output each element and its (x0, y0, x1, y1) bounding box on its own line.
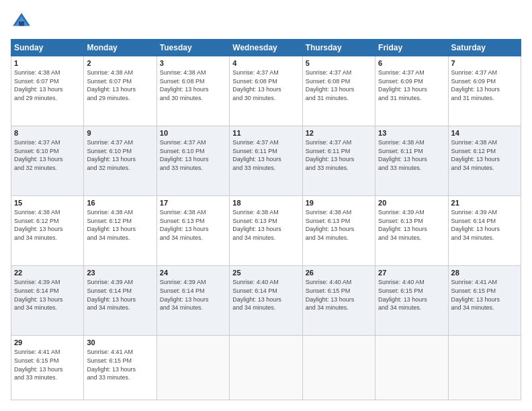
calendar-week-row: 22Sunrise: 4:39 AM Sunset: 6:14 PM Dayli… (11, 266, 521, 336)
day-info: Sunrise: 4:38 AM Sunset: 6:08 PM Dayligh… (160, 68, 226, 102)
day-info: Sunrise: 4:37 AM Sunset: 6:09 PM Dayligh… (378, 68, 445, 102)
calendar-cell: 7Sunrise: 4:37 AM Sunset: 6:09 PM Daylig… (448, 56, 521, 126)
day-info: Sunrise: 4:37 AM Sunset: 6:10 PM Dayligh… (87, 138, 153, 172)
header (11, 11, 521, 32)
calendar-cell: 4Sunrise: 4:37 AM Sunset: 6:08 PM Daylig… (230, 56, 302, 126)
day-info: Sunrise: 4:37 AM Sunset: 6:10 PM Dayligh… (160, 138, 226, 172)
day-info: Sunrise: 4:38 AM Sunset: 6:13 PM Dayligh… (160, 208, 226, 242)
day-info: Sunrise: 4:40 AM Sunset: 6:15 PM Dayligh… (306, 278, 372, 312)
day-number: 6 (378, 59, 445, 67)
calendar-header-wednesday: Wednesday (230, 40, 302, 56)
calendar-header-sunday: Sunday (11, 40, 84, 56)
day-number: 4 (232, 59, 299, 67)
logo-icon (11, 11, 32, 32)
calendar-cell (302, 336, 375, 400)
calendar-cell: 15Sunrise: 4:38 AM Sunset: 6:12 PM Dayli… (11, 196, 84, 266)
calendar-week-row: 1Sunrise: 4:38 AM Sunset: 6:07 PM Daylig… (11, 56, 521, 126)
day-number: 14 (451, 129, 518, 137)
day-number: 7 (451, 59, 518, 67)
calendar-cell: 18Sunrise: 4:38 AM Sunset: 6:13 PM Dayli… (230, 196, 302, 266)
day-number: 13 (378, 129, 445, 137)
day-info: Sunrise: 4:38 AM Sunset: 6:12 PM Dayligh… (87, 208, 153, 242)
day-number: 25 (232, 269, 299, 277)
calendar-cell: 5Sunrise: 4:37 AM Sunset: 6:08 PM Daylig… (302, 56, 375, 126)
calendar-cell: 30Sunrise: 4:41 AM Sunset: 6:15 PM Dayli… (84, 336, 157, 400)
day-info: Sunrise: 4:39 AM Sunset: 6:14 PM Dayligh… (160, 278, 226, 312)
calendar-header-saturday: Saturday (448, 40, 521, 56)
day-info: Sunrise: 4:38 AM Sunset: 6:12 PM Dayligh… (14, 208, 81, 242)
day-number: 8 (14, 129, 81, 137)
day-info: Sunrise: 4:38 AM Sunset: 6:13 PM Dayligh… (232, 208, 299, 242)
day-info: Sunrise: 4:39 AM Sunset: 6:14 PM Dayligh… (451, 208, 518, 242)
calendar-header-friday: Friday (375, 40, 448, 56)
calendar-week-row: 8Sunrise: 4:37 AM Sunset: 6:10 PM Daylig… (11, 126, 521, 196)
calendar-week-row: 15Sunrise: 4:38 AM Sunset: 6:12 PM Dayli… (11, 196, 521, 266)
day-number: 29 (14, 338, 81, 347)
day-info: Sunrise: 4:37 AM Sunset: 6:10 PM Dayligh… (14, 138, 81, 172)
day-number: 11 (232, 129, 299, 137)
calendar-cell: 24Sunrise: 4:39 AM Sunset: 6:14 PM Dayli… (157, 266, 229, 336)
calendar-cell: 22Sunrise: 4:39 AM Sunset: 6:14 PM Dayli… (11, 266, 84, 336)
calendar-cell: 21Sunrise: 4:39 AM Sunset: 6:14 PM Dayli… (448, 196, 521, 266)
calendar-header-row: SundayMondayTuesdayWednesdayThursdayFrid… (11, 40, 521, 56)
day-info: Sunrise: 4:37 AM Sunset: 6:11 PM Dayligh… (232, 138, 299, 172)
calendar-cell: 3Sunrise: 4:38 AM Sunset: 6:08 PM Daylig… (157, 56, 229, 126)
day-number: 3 (160, 59, 226, 67)
calendar-cell: 8Sunrise: 4:37 AM Sunset: 6:10 PM Daylig… (11, 126, 84, 196)
calendar-header-thursday: Thursday (302, 40, 375, 56)
day-info: Sunrise: 4:39 AM Sunset: 6:14 PM Dayligh… (87, 278, 153, 312)
calendar-cell: 25Sunrise: 4:40 AM Sunset: 6:14 PM Dayli… (230, 266, 302, 336)
calendar-cell: 19Sunrise: 4:38 AM Sunset: 6:13 PM Dayli… (302, 196, 375, 266)
day-number: 16 (87, 199, 153, 207)
day-info: Sunrise: 4:37 AM Sunset: 6:08 PM Dayligh… (306, 68, 372, 102)
day-number: 24 (160, 269, 226, 277)
calendar-cell (230, 336, 302, 400)
day-number: 26 (306, 269, 372, 277)
day-number: 18 (232, 199, 299, 207)
calendar-cell (157, 336, 229, 400)
day-info: Sunrise: 4:39 AM Sunset: 6:14 PM Dayligh… (14, 278, 81, 312)
day-number: 19 (306, 199, 372, 207)
day-number: 5 (306, 59, 372, 67)
calendar-cell: 16Sunrise: 4:38 AM Sunset: 6:12 PM Dayli… (84, 196, 157, 266)
calendar-cell: 10Sunrise: 4:37 AM Sunset: 6:10 PM Dayli… (157, 126, 229, 196)
calendar-cell: 9Sunrise: 4:37 AM Sunset: 6:10 PM Daylig… (84, 126, 157, 196)
calendar-cell: 13Sunrise: 4:38 AM Sunset: 6:11 PM Dayli… (375, 126, 448, 196)
calendar-cell: 6Sunrise: 4:37 AM Sunset: 6:09 PM Daylig… (375, 56, 448, 126)
day-number: 22 (14, 269, 81, 277)
day-info: Sunrise: 4:38 AM Sunset: 6:07 PM Dayligh… (87, 68, 153, 102)
page: SundayMondayTuesdayWednesdayThursdayFrid… (0, 0, 532, 411)
day-info: Sunrise: 4:38 AM Sunset: 6:11 PM Dayligh… (378, 138, 445, 172)
calendar-cell: 20Sunrise: 4:39 AM Sunset: 6:13 PM Dayli… (375, 196, 448, 266)
calendar-cell (448, 336, 521, 400)
day-number: 10 (160, 129, 226, 137)
day-info: Sunrise: 4:39 AM Sunset: 6:13 PM Dayligh… (378, 208, 445, 242)
calendar-cell: 27Sunrise: 4:40 AM Sunset: 6:15 PM Dayli… (375, 266, 448, 336)
day-number: 2 (87, 59, 153, 67)
day-info: Sunrise: 4:37 AM Sunset: 6:09 PM Dayligh… (451, 68, 518, 102)
calendar-cell: 12Sunrise: 4:37 AM Sunset: 6:11 PM Dayli… (302, 126, 375, 196)
calendar-header-tuesday: Tuesday (157, 40, 229, 56)
day-info: Sunrise: 4:41 AM Sunset: 6:15 PM Dayligh… (451, 278, 518, 312)
day-number: 23 (87, 269, 153, 277)
calendar-cell: 1Sunrise: 4:38 AM Sunset: 6:07 PM Daylig… (11, 56, 84, 126)
logo (11, 11, 35, 32)
day-info: Sunrise: 4:37 AM Sunset: 6:11 PM Dayligh… (306, 138, 372, 172)
day-number: 12 (306, 129, 372, 137)
calendar-cell (375, 336, 448, 400)
calendar-cell: 2Sunrise: 4:38 AM Sunset: 6:07 PM Daylig… (84, 56, 157, 126)
day-info: Sunrise: 4:38 AM Sunset: 6:12 PM Dayligh… (451, 138, 518, 172)
day-number: 28 (451, 269, 518, 277)
calendar-cell: 23Sunrise: 4:39 AM Sunset: 6:14 PM Dayli… (84, 266, 157, 336)
calendar-cell: 28Sunrise: 4:41 AM Sunset: 6:15 PM Dayli… (448, 266, 521, 336)
calendar-cell: 29Sunrise: 4:41 AM Sunset: 6:15 PM Dayli… (11, 336, 84, 400)
calendar: SundayMondayTuesdayWednesdayThursdayFrid… (11, 39, 521, 400)
day-number: 27 (378, 269, 445, 277)
day-info: Sunrise: 4:37 AM Sunset: 6:08 PM Dayligh… (232, 68, 299, 102)
svg-rect-2 (19, 21, 24, 26)
day-info: Sunrise: 4:41 AM Sunset: 6:15 PM Dayligh… (87, 348, 153, 381)
calendar-header-monday: Monday (84, 40, 157, 56)
day-number: 15 (14, 199, 81, 207)
day-number: 17 (160, 199, 226, 207)
day-info: Sunrise: 4:41 AM Sunset: 6:15 PM Dayligh… (14, 348, 81, 381)
